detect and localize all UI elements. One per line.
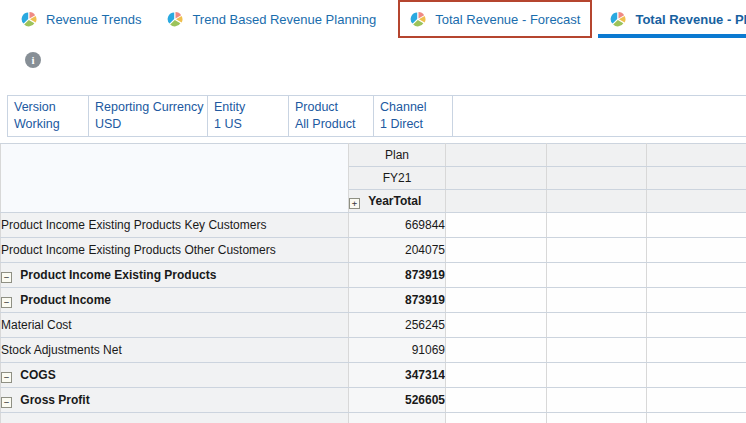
row-header-pi-existing-key-customers: Product Income Existing Products Key Cus… [1, 213, 349, 238]
row-label: Product Income Existing Products [20, 268, 216, 282]
data-cell[interactable]: 347314 [349, 363, 446, 388]
data-cell-empty[interactable] [647, 363, 746, 388]
data-cell[interactable]: 256245 [349, 313, 446, 338]
column-header-empty [647, 190, 746, 213]
data-cell-empty[interactable] [446, 388, 547, 413]
data-cell-empty[interactable] [446, 338, 547, 363]
row-label: COGS [20, 368, 55, 382]
column-header-empty [647, 167, 746, 190]
pov-reporting-currency: Reporting Currency USD [89, 96, 208, 136]
row-label: Material Cost [1, 318, 72, 332]
data-cell-empty[interactable] [547, 338, 647, 363]
grid-row: Stock Adjustments Net 91069 [1, 338, 746, 363]
grid-row: − Product Income Existing Products 87391… [1, 263, 746, 288]
pov-dimension-label: Reporting Currency [95, 99, 199, 116]
pie-chart-icon [167, 11, 183, 27]
data-cell-empty[interactable] [446, 413, 547, 423]
pov-entity: Entity 1 US [208, 96, 289, 136]
column-header-empty [547, 144, 647, 167]
pov-member-link[interactable]: All Product [295, 116, 365, 133]
column-header-year: FY21 [349, 167, 446, 190]
pov-member-link[interactable]: 1 US [214, 116, 280, 133]
data-cell[interactable]: 204075 [349, 238, 446, 263]
data-cell-empty[interactable] [547, 413, 647, 423]
pov-member-link[interactable]: Working [14, 116, 80, 133]
grid-row-partial [1, 413, 746, 423]
column-header-empty [446, 144, 547, 167]
grid-row: − Gross Profit 526605 [1, 388, 746, 413]
grid-row: Product Income Existing Products Other C… [1, 238, 746, 263]
data-cell-empty[interactable] [446, 263, 547, 288]
tab-revenue-trends[interactable]: Revenue Trends [9, 0, 153, 38]
pov-channel: Channel 1 Direct [374, 96, 453, 136]
data-cell-empty[interactable] [547, 213, 647, 238]
data-cell[interactable]: 91069 [349, 338, 446, 363]
tab-trend-based-revenue-planning[interactable]: Trend Based Revenue Planning [155, 0, 388, 38]
row-label: Product Income [20, 293, 111, 307]
data-cell-empty[interactable] [547, 238, 647, 263]
collapse-icon[interactable]: − [1, 372, 12, 383]
data-cell-empty[interactable] [647, 338, 746, 363]
row-header-cogs: − COGS [1, 363, 349, 388]
grid-corner-cell [1, 144, 349, 213]
pov-dimension-label: Entity [214, 99, 280, 116]
pov-filler [453, 96, 746, 136]
data-cell-empty[interactable] [446, 288, 547, 313]
planning-form-grid: Plan FY21 + YearTotal Product Income Exi… [0, 143, 746, 423]
tab-total-revenue-forecast[interactable]: Total Revenue - Forecast [398, 0, 592, 38]
data-cell[interactable]: 873919 [349, 288, 446, 313]
row-label: Product Income Existing Products Key Cus… [1, 218, 266, 232]
data-cell[interactable] [349, 413, 446, 423]
column-header-label: YearTotal [368, 194, 421, 208]
tab-label: Revenue Trends [46, 12, 141, 27]
column-header-empty [446, 167, 547, 190]
data-cell-empty[interactable] [547, 313, 647, 338]
row-header-product-income-existing-products: − Product Income Existing Products [1, 263, 349, 288]
data-cell-empty[interactable] [446, 238, 547, 263]
data-cell-empty[interactable] [547, 263, 647, 288]
pov-product: Product All Product [289, 96, 374, 136]
data-cell[interactable]: 669844 [349, 213, 446, 238]
data-cell-empty[interactable] [547, 363, 647, 388]
collapse-icon[interactable]: − [1, 297, 12, 308]
column-header-empty [547, 190, 647, 213]
collapse-icon[interactable]: − [1, 272, 12, 283]
tab-label: Trend Based Revenue Planning [192, 12, 376, 27]
data-cell-empty[interactable] [547, 388, 647, 413]
grid-row: − Product Income 873919 [1, 288, 746, 313]
pov-dimension-label: Version [14, 99, 80, 116]
data-cell-empty[interactable] [647, 288, 746, 313]
collapse-icon[interactable]: − [1, 397, 12, 408]
data-cell-empty[interactable] [647, 213, 746, 238]
expand-icon[interactable]: + [349, 198, 360, 209]
row-label: Stock Adjustments Net [1, 343, 122, 357]
data-cell-empty[interactable] [647, 238, 746, 263]
pov-member-link[interactable]: 1 Direct [380, 116, 444, 133]
pie-chart-icon [21, 11, 37, 27]
tab-total-revenue-plan[interactable]: Total Revenue - Plan [598, 0, 746, 38]
row-header-pi-existing-other-customers: Product Income Existing Products Other C… [1, 238, 349, 263]
data-cell-empty[interactable] [446, 363, 547, 388]
data-cell[interactable]: 526605 [349, 388, 446, 413]
data-cell-empty[interactable] [647, 263, 746, 288]
row-header-material-cost: Material Cost [1, 313, 349, 338]
pov-dimension-label: Product [295, 99, 365, 116]
pov-bar: Version Working Reporting Currency USD E… [7, 95, 746, 137]
data-cell-empty[interactable] [446, 313, 547, 338]
column-header-empty [446, 190, 547, 213]
pie-chart-icon [610, 11, 626, 27]
pov-member-link[interactable]: USD [95, 116, 199, 133]
grid-row: − COGS 347314 [1, 363, 746, 388]
data-cell-empty[interactable] [647, 313, 746, 338]
data-cell-empty[interactable] [647, 388, 746, 413]
pie-chart-icon [410, 11, 426, 27]
tab-label: Total Revenue - Plan [635, 12, 746, 27]
data-cell-empty[interactable] [547, 288, 647, 313]
info-icon[interactable]: i [25, 52, 41, 68]
data-cell[interactable]: 873919 [349, 263, 446, 288]
data-cell-empty[interactable] [647, 413, 746, 423]
column-header-scenario: Plan [349, 144, 446, 167]
info-row: i [25, 52, 41, 68]
row-label: Gross Profit [20, 393, 89, 407]
data-cell-empty[interactable] [446, 213, 547, 238]
